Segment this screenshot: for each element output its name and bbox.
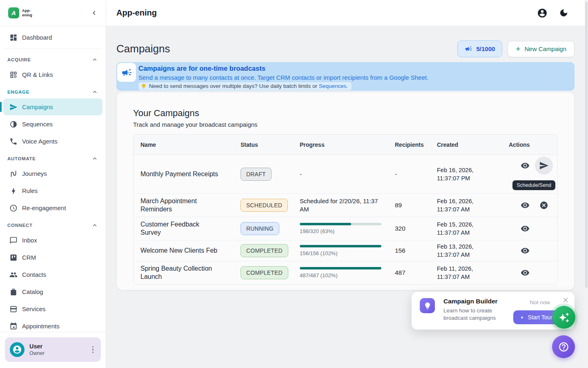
not-now-button[interactable]: Not now [530, 299, 550, 305]
campaign-recipients: - [395, 171, 437, 178]
campaign-recipients: 156 [395, 247, 437, 254]
sidebar-item-dashboard[interactable]: Dashboard [3, 29, 102, 46]
status-badge: COMPLETED [241, 244, 288, 257]
sidebar-item-inbox[interactable]: Inbox [3, 232, 102, 249]
lightbulb-icon [420, 298, 435, 313]
dark-mode-icon[interactable] [559, 8, 568, 18]
account-icon[interactable] [537, 8, 548, 18]
view-campaign-button[interactable] [516, 157, 534, 175]
user-card[interactable]: User Owner [5, 337, 101, 362]
sidebar-item-contacts[interactable]: Contacts [3, 266, 102, 283]
phone-icon [9, 137, 18, 146]
campaign-quota-badge[interactable]: 5/1000 [457, 40, 502, 57]
user-menu-icon[interactable] [90, 345, 96, 355]
progress-text: 198/320 (63%) [300, 228, 383, 234]
clock-icon [9, 204, 18, 212]
campaign-actions [509, 220, 557, 238]
table-body: Monthly Payment ReceiptsDRAFT--Feb 16, 2… [134, 155, 557, 284]
campaign-progress-cell: 198/320 (63%) [300, 223, 395, 234]
column-header-status: Status [241, 141, 300, 148]
progress-indicator: 156/156 (102%) [300, 245, 383, 256]
banner-tip-end: . [346, 83, 348, 89]
help-fab[interactable] [552, 335, 575, 358]
chevron-up-icon [92, 89, 98, 95]
nav-section-label: ACQUIRE [7, 57, 31, 62]
sparkles-icon [559, 312, 570, 323]
progress-indicator: 198/320 (63%) [300, 223, 383, 234]
sidebar-item-label: Campaigns [22, 103, 53, 110]
scrollbar-thumb[interactable] [585, 2, 588, 288]
calendar-icon [9, 322, 18, 330]
app-logo-line2: ening [22, 13, 32, 17]
sidebar-item-sequences[interactable]: Sequences [3, 116, 102, 132]
view-campaign-button[interactable] [516, 242, 534, 260]
sidebar-item-qr-links[interactable]: QR & Links [3, 66, 102, 83]
nav-section-label: ENGAGE [7, 90, 29, 94]
sidebar-item-label: Rules [22, 187, 38, 194]
campaign-recipients: 320 [395, 225, 437, 232]
campaign-created: Feb 11, 2026,11:37:07 AM [437, 265, 509, 281]
status-badge: RUNNING [241, 222, 279, 235]
popup-body-line1: Learn how to create [443, 307, 496, 314]
sidebar: A App- ening DashboardACQUIREQR & LinksE… [0, 0, 106, 368]
topbar: App-ening [106, 0, 585, 26]
campaign-status-cell: SCHEDULED [241, 199, 300, 212]
send-icon [9, 103, 18, 111]
sidebar-item-label: Catalog [22, 288, 43, 295]
schedule-send-button[interactable] [535, 157, 553, 175]
banner-tip-text: Need to send messages over multiple days… [149, 83, 317, 89]
route-icon [9, 170, 18, 178]
page-scrollbar[interactable] [585, 0, 588, 368]
new-campaign-button[interactable]: + New Campaign [508, 41, 575, 57]
banner-tip: Need to send messages over multiple days… [138, 82, 352, 90]
cancel-campaign-button[interactable] [535, 196, 553, 214]
view-campaign-button[interactable] [516, 196, 534, 214]
sidebar-item-re-engagement[interactable]: Re-engagement [3, 200, 102, 216]
campaign-progress-cell: - [300, 171, 395, 178]
sidebar-item-journeys[interactable]: Journeys [3, 165, 102, 182]
new-campaign-label: New Campaign [524, 45, 566, 52]
campaign-created: Feb 16, 2026,11:37:07 AM [437, 197, 509, 214]
view-campaign-button[interactable] [516, 264, 534, 282]
nav-section-automate[interactable]: AUTOMATE [3, 150, 102, 165]
nav-section-acquire[interactable]: ACQUIRE [3, 51, 102, 66]
sidebar-item-label: Voice Agents [22, 138, 58, 145]
sequences-link[interactable]: Sequences [319, 83, 347, 89]
sidebar-item-rules[interactable]: Rules [3, 182, 102, 199]
bag-icon [9, 288, 18, 296]
sidebar-item-catalog[interactable]: Catalog [3, 283, 102, 300]
view-campaign-button[interactable] [516, 220, 534, 238]
campaign-name: March Appointment Reminders [140, 194, 241, 217]
sidebar-item-campaigns[interactable]: Campaigns [3, 99, 102, 115]
sidebar-item-voice-agents[interactable]: Voice Agents [3, 133, 102, 150]
campaign-status-cell: DRAFT [241, 168, 300, 181]
ai-assistant-fab[interactable] [552, 306, 575, 329]
campaign-progress-cell: 156/156 (102%) [300, 245, 395, 256]
campaign-name: Spring Beauty Collection Launch [140, 261, 241, 284]
campaign-status-cell: COMPLETED [241, 266, 300, 279]
progress-bar [300, 267, 381, 269]
bolt-icon [9, 187, 18, 195]
campaigns-card: Your Campaigns Track and manage your bro… [116, 92, 575, 290]
campaign-progress-cell: Scheduled for 2/20/26, 11:37 AM [300, 197, 395, 214]
table-row: Welcome New Clients FebCOMPLETED156/156 … [134, 240, 557, 261]
close-icon[interactable] [562, 296, 569, 304]
info-banner: Campaigns are for one-time broadcasts Se… [116, 62, 575, 91]
app-window: A App- ening DashboardACQUIREQR & LinksE… [0, 0, 588, 368]
campaign-name: Customer Feedback Survey [140, 217, 241, 240]
sidebar-item-appointments[interactable]: Appointments [3, 318, 102, 332]
play-icon [520, 315, 524, 320]
send-icon [539, 161, 549, 171]
topbar-title: App-ening [116, 8, 157, 18]
nav-section-connect[interactable]: CONNECT [3, 217, 102, 231]
nav-section-engage[interactable]: ENGAGE [3, 83, 102, 98]
sidebar-item-services[interactable]: Services [3, 301, 102, 317]
sidebar-collapse-icon[interactable] [89, 8, 99, 18]
sidebar-item-crm[interactable]: CRM [3, 249, 102, 266]
banner-title: Campaigns are for one-time broadcasts [138, 65, 570, 72]
sidebar-item-label: Journeys [22, 170, 47, 177]
progress-bar [300, 245, 381, 247]
campaign-actions [509, 196, 557, 214]
table-row: Spring Beauty Collection LaunchCOMPLETED… [134, 261, 557, 284]
tooltip: Schedule/Send [512, 180, 555, 190]
